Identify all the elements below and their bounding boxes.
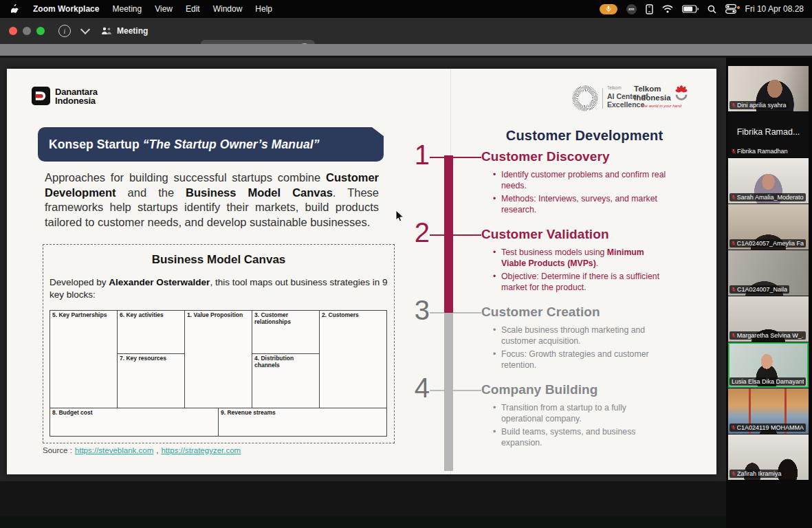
spotlight-search-icon[interactable]	[707, 5, 716, 14]
notification-dot	[737, 6, 740, 9]
timeline-tick-4	[430, 390, 481, 391]
source-link-steveblank: https://steveblank.com	[75, 446, 153, 454]
section-customer-discovery: Customer Discovery •Identify customer pr…	[481, 149, 689, 218]
timeline-bar-maroon	[444, 155, 453, 313]
participant-name-badge: C1A024057_Ameylia Fa...	[729, 239, 806, 248]
telkom-line2: Indonesia	[634, 94, 671, 102]
minimize-window-button[interactable]	[23, 27, 31, 35]
participant-name-badge: Lusia Elsa Dika Damayanty	[729, 377, 806, 386]
timeline-tick-3	[430, 312, 481, 314]
participant-name-badge: Zafirah Ikramiya	[729, 470, 784, 478]
bmc-cell-revenue-streams: 9. Revenue streams	[219, 408, 386, 436]
business-model-canvas-box: Business Model Canvas Developed by Alexa…	[43, 244, 395, 443]
slide-title-plain: Konsep Startup	[49, 138, 143, 151]
participant-tile-lusia-active-speaker[interactable]: Lusia Elsa Dika Damayanty	[728, 342, 809, 388]
timeline-number-3: 3	[402, 296, 430, 324]
participant-video-strip: Dini aprilia syahra Fibrika Ramad... Fib…	[728, 66, 809, 481]
screen: Zoom Workplace Meeting View Edit Window …	[0, 0, 812, 528]
muted-mic-icon	[732, 195, 736, 200]
window-toolbar-band	[0, 44, 812, 56]
menu-item-meeting[interactable]: Meeting	[112, 4, 142, 14]
slide-title-banner: Konsep Startup “The Startup Owner’s Manu…	[38, 127, 384, 162]
telkom-tagline: the world in your hand	[642, 104, 703, 108]
control-center-icon[interactable]	[725, 4, 736, 14]
danantara-logo-icon	[32, 87, 50, 105]
window-meeting-label: Meeting	[117, 26, 148, 36]
section-company-building: Company Building •Transition from a star…	[481, 382, 689, 451]
bmc-cell-customers: 2. Customers	[320, 311, 386, 408]
close-window-button[interactable]	[9, 27, 17, 35]
participant-tile-margaretha[interactable]: Margaretha Selvina W_...	[728, 296, 809, 342]
chevron-down-icon[interactable]	[82, 29, 89, 33]
wifi-icon[interactable]	[662, 5, 673, 13]
bmc-col-relationships-channels: 3. Customer relationships 4. Distributio…	[252, 311, 320, 408]
source-link-strategyzer: https://strategyzer.com	[161, 446, 241, 454]
menu-app-name[interactable]: Zoom Workplace	[33, 4, 99, 14]
participant-tile-naila[interactable]: C1A024007_Naila	[728, 250, 809, 296]
participant-name-badge: Dini aprilia syahra	[729, 101, 789, 109]
menu-item-help[interactable]: Help	[255, 4, 272, 14]
bmc-col-activities-resources: 6. Key activities 7. Key resources	[118, 311, 185, 408]
participant-name-badge: C1A024007_Naila	[729, 285, 789, 294]
mouse-cursor	[395, 210, 404, 226]
participant-name-badge: Fibrika Ramadhan	[729, 147, 790, 155]
macos-menu-bar: Zoom Workplace Meeting View Edit Window …	[0, 0, 812, 18]
bmc-cell-distribution-channels: 4. Distribution channels	[252, 354, 319, 408]
device-status-icon[interactable]	[646, 4, 653, 14]
participant-tile-zafirah[interactable]: Zafirah Ikramiya	[728, 434, 809, 481]
muted-mic-icon	[732, 102, 736, 108]
bmc-cell-budget-cost: 8. Budget cost	[50, 408, 219, 436]
muted-mic-icon	[732, 241, 736, 246]
participant-tile-ameylia[interactable]: C1A024057_Ameylia Fa...	[728, 204, 809, 250]
telkom-line1: Telkom	[634, 85, 671, 94]
muted-mic-icon	[732, 287, 736, 292]
danantara-line2: Indonesia	[55, 96, 98, 105]
source-line: Source : https://steveblank.com , https:…	[43, 446, 241, 454]
participant-tile-sarah[interactable]: Sarah Amalia_Moderator	[728, 158, 809, 204]
muted-mic-icon	[732, 471, 736, 476]
participant-tile-mohamma[interactable]: C1A024119 MOHAMMA...	[728, 388, 809, 434]
muted-mic-icon	[732, 333, 736, 338]
slide-title-quoted: “The Startup Owner’s Manual”	[143, 138, 320, 151]
muted-mic-icon	[732, 425, 736, 430]
danantara-logo: Danantara Indonesia	[32, 87, 98, 105]
bmc-canvas-table: 5. Key Partnerships 6. Key activities 7.…	[50, 310, 387, 437]
shared-slide: Danantara Indonesia Telkom AI Center of …	[7, 69, 716, 474]
ai-center-logo-icon	[572, 85, 598, 111]
participant-name-badge: Sarah Amalia_Moderator	[729, 193, 806, 201]
timeline-number-4: 4	[402, 374, 430, 402]
mic-in-use-indicator[interactable]	[600, 4, 617, 14]
participant-display-name: Fibrika Ramad...	[728, 127, 809, 137]
muted-mic-icon	[732, 148, 736, 154]
bmc-heading: Business Model Canvas	[43, 253, 394, 267]
customer-development-heading: Customer Development	[481, 128, 688, 144]
section-customer-creation: Customer Creation •Scale business throug…	[481, 305, 689, 373]
bottom-strip	[0, 516, 812, 528]
bmc-cell-value-proposition: 1. Value Proposition	[185, 311, 252, 408]
zoom-menubar-icon[interactable]: zm	[626, 4, 637, 14]
participants-icon	[101, 27, 112, 35]
fullscreen-window-button[interactable]	[36, 27, 45, 35]
source-label: Source :	[43, 446, 72, 454]
apple-icon[interactable]	[11, 4, 20, 14]
menubar-clock[interactable]: Fri 10 Apr 08.28	[745, 4, 804, 14]
timeline-bar-gray	[444, 313, 453, 471]
bmc-description: Developed by Alexander Osterwalder, this…	[50, 276, 389, 301]
battery-icon[interactable]	[682, 5, 699, 13]
participant-tile-fibrika[interactable]: Fibrika Ramad... Fibrika Ramadhan	[728, 112, 809, 158]
timeline-number-1: 1	[402, 141, 430, 168]
meeting-info-icon[interactable]: i	[58, 25, 71, 37]
bmc-cell-key-resources: 7. Key resources	[118, 354, 184, 408]
timeline-tick-1	[430, 157, 481, 158]
telkom-hand-icon	[672, 85, 690, 102]
menu-item-window[interactable]: Window	[213, 4, 243, 14]
telkom-indonesia-logo: Telkom Indonesia the world in your hand	[634, 85, 703, 108]
menu-item-edit[interactable]: Edit	[186, 4, 200, 14]
bmc-cell-key-activities: 6. Key activities	[118, 311, 184, 354]
timeline-tick-2	[430, 234, 481, 236]
participant-name-badge: C1A024119 MOHAMMA...	[729, 424, 806, 432]
logo-divider	[602, 88, 603, 109]
zoom-window-title-bar: i Meeting Da Dini aprilia syahra's scree…	[0, 18, 812, 44]
participant-tile-dini[interactable]: Dini aprilia syahra	[728, 66, 809, 112]
menu-item-view[interactable]: View	[155, 4, 173, 14]
